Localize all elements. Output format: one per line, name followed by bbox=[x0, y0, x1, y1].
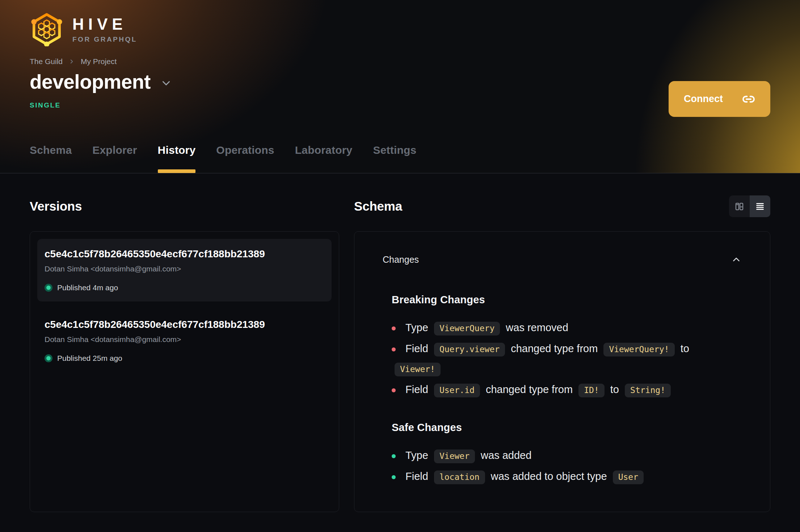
safe-changes-list: Type Viewer was addedField location was … bbox=[392, 446, 736, 487]
version-author: Dotan Simha <dotansimha@gmail.com> bbox=[45, 265, 324, 273]
change-text: changed type from bbox=[483, 384, 576, 395]
schema-header-row: Schema bbox=[354, 195, 770, 218]
version-item[interactable]: c5e4c1c5f78b26465350e4ecf677cf188bb21389… bbox=[37, 309, 332, 372]
code-chip: User bbox=[613, 470, 644, 484]
chevron-down-icon[interactable] bbox=[160, 77, 172, 89]
bullet-dot-icon bbox=[392, 388, 396, 392]
bullet-dot-icon bbox=[392, 347, 396, 351]
change-group-title: Safe Changes bbox=[392, 422, 736, 434]
change-item: Type ViewerQuery was removed bbox=[392, 318, 736, 338]
change-text: Type bbox=[405, 322, 431, 333]
code-chip: Viewer bbox=[434, 449, 475, 463]
versions-panel: c5e4c1c5f78b26465350e4ecf677cf188bb21389… bbox=[30, 231, 339, 512]
tab-history[interactable]: History bbox=[158, 144, 196, 173]
title-row: development bbox=[30, 71, 172, 93]
change-text: Type bbox=[405, 449, 431, 461]
change-item: Field location was added to object type … bbox=[392, 467, 736, 487]
split-view-icon bbox=[734, 202, 744, 211]
tab-operations[interactable]: Operations bbox=[216, 144, 274, 173]
versions-header-row: Versions bbox=[30, 195, 339, 218]
bullet-dot-icon bbox=[392, 454, 396, 458]
code-chip: ID! bbox=[578, 384, 605, 397]
bullet-dot-icon bbox=[392, 475, 396, 479]
tab-explorer[interactable]: Explorer bbox=[92, 144, 137, 173]
change-text: to bbox=[607, 384, 622, 395]
changes-label: Changes bbox=[383, 254, 419, 265]
breadcrumb-project[interactable]: My Project bbox=[81, 57, 117, 66]
change-text: Field bbox=[405, 470, 431, 482]
main-content: Versions c5e4c1c5f78b26465350e4ecf677cf1… bbox=[0, 173, 800, 512]
version-status-row: Published 25m ago bbox=[45, 354, 324, 363]
view-toggle bbox=[729, 195, 770, 217]
page-title: development bbox=[30, 71, 151, 93]
page: HIVE FOR GRAPHQL The Guild My Project de… bbox=[0, 0, 800, 532]
code-chip: User.id bbox=[434, 384, 480, 397]
change-text: was added bbox=[478, 449, 531, 461]
code-chip: ViewerQuery bbox=[434, 322, 500, 335]
code-chip: ViewerQuery! bbox=[603, 343, 674, 356]
changes-body: Breaking ChangesType ViewerQuery was rem… bbox=[392, 294, 736, 487]
tab-settings[interactable]: Settings bbox=[373, 144, 416, 173]
change-text: was added to object type bbox=[488, 470, 610, 482]
code-chip: location bbox=[434, 470, 485, 484]
hive-logo-icon bbox=[30, 12, 64, 46]
version-author: Dotan Simha <dotansimha@gmail.com> bbox=[45, 335, 324, 344]
published-dot-icon bbox=[45, 284, 52, 292]
brand[interactable]: HIVE FOR GRAPHQL bbox=[30, 12, 137, 46]
version-item[interactable]: c5e4c1c5f78b26465350e4ecf677cf188bb21389… bbox=[37, 239, 332, 301]
change-text: Field bbox=[405, 384, 431, 395]
schema-title: Schema bbox=[354, 199, 402, 214]
breadcrumb: The Guild My Project bbox=[30, 57, 117, 66]
split-view-button[interactable] bbox=[729, 195, 750, 217]
version-status-row: Published 4m ago bbox=[45, 283, 324, 292]
change-text: to bbox=[678, 343, 689, 354]
versions-section: Versions c5e4c1c5f78b26465350e4ecf677cf1… bbox=[30, 195, 339, 512]
code-chip: Query.viewer bbox=[434, 343, 505, 356]
breadcrumb-org[interactable]: The Guild bbox=[30, 57, 63, 66]
code-chip: Viewer! bbox=[395, 363, 441, 376]
page-header: HIVE FOR GRAPHQL The Guild My Project de… bbox=[0, 0, 800, 173]
brand-text: HIVE FOR GRAPHQL bbox=[72, 16, 137, 43]
change-text: was removed bbox=[503, 322, 568, 333]
versions-title: Versions bbox=[30, 199, 82, 214]
change-text: Field bbox=[405, 343, 431, 354]
change-item: Type Viewer was added bbox=[392, 446, 736, 466]
changes-header: Changes bbox=[383, 254, 742, 265]
schema-section: Schema bbox=[354, 195, 770, 512]
brand-name: HIVE bbox=[72, 16, 137, 32]
list-view-button[interactable] bbox=[750, 195, 770, 217]
link-icon bbox=[742, 93, 755, 106]
breaking-changes-list: Type ViewerQuery was removedField Query.… bbox=[392, 318, 736, 400]
tab-schema[interactable]: Schema bbox=[30, 144, 72, 173]
bullet-dot-icon bbox=[392, 326, 396, 330]
version-hash: c5e4c1c5f78b26465350e4ecf677cf188bb21389 bbox=[45, 248, 324, 260]
connect-label: Connect bbox=[684, 93, 723, 105]
code-chip: String! bbox=[625, 384, 671, 397]
schema-panel: Changes Breaking ChangesType ViewerQuery… bbox=[354, 231, 770, 512]
change-group-title: Breaking Changes bbox=[392, 294, 736, 306]
list-view-icon bbox=[755, 202, 765, 211]
tab-bar: SchemaExplorerHistoryOperationsLaborator… bbox=[30, 144, 416, 173]
version-hash: c5e4c1c5f78b26465350e4ecf677cf188bb21389 bbox=[45, 319, 324, 330]
chevron-right-icon bbox=[68, 58, 75, 65]
brand-tagline: FOR GRAPHQL bbox=[72, 36, 137, 43]
target-type-badge: SINGLE bbox=[30, 101, 61, 109]
chevron-up-icon bbox=[731, 254, 742, 265]
published-dot-icon bbox=[45, 354, 52, 362]
version-status: Published 25m ago bbox=[57, 354, 122, 363]
change-text: changed type from bbox=[508, 343, 601, 354]
version-status: Published 4m ago bbox=[57, 283, 118, 292]
change-item: Field Query.viewer changed type from Vie… bbox=[392, 339, 736, 379]
collapse-button[interactable] bbox=[731, 254, 742, 265]
change-item: Field User.id changed type from ID! to S… bbox=[392, 380, 736, 400]
tab-laboratory[interactable]: Laboratory bbox=[295, 144, 353, 173]
connect-button[interactable]: Connect bbox=[669, 81, 770, 117]
